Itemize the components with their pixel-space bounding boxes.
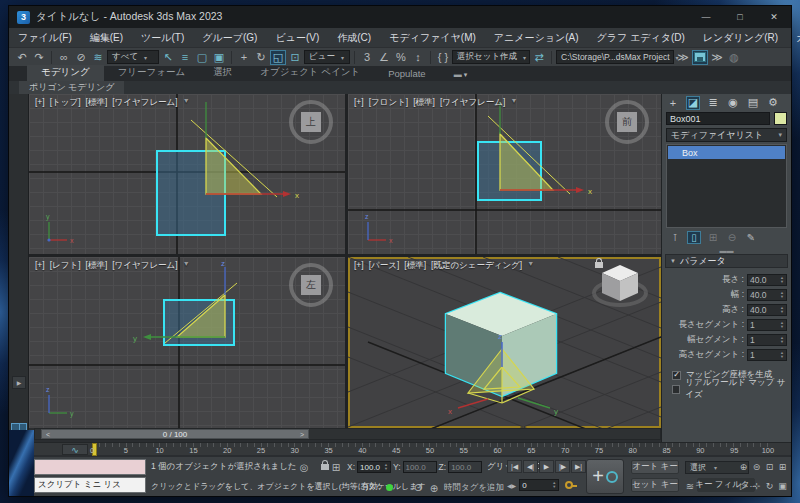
- play-icon[interactable]: ▶: [539, 460, 554, 473]
- y-coordinate-field[interactable]: 100.0: [403, 461, 437, 473]
- pin-stack-icon[interactable]: ⊺: [668, 231, 682, 244]
- viewcube-face[interactable]: 前: [617, 112, 637, 132]
- time-slider-handle[interactable]: < 0 / 100 >: [41, 429, 309, 439]
- parameter-spinner[interactable]: 1: [747, 349, 787, 361]
- menu-item[interactable]: グループ(G): [193, 31, 266, 45]
- set-key-button[interactable]: セット キー: [631, 478, 679, 492]
- viewport-left[interactable]: [+] [レフト] [標準] [ワイヤフレーム] ▼ y z y: [29, 257, 345, 428]
- zoom-all-icon[interactable]: ⊜: [750, 460, 763, 473]
- object-name-field[interactable]: Box001: [666, 112, 770, 125]
- add-time-tag[interactable]: ⊕ 時間タグを追加: [427, 481, 504, 495]
- viewport-menu[interactable]: [+]: [35, 260, 45, 272]
- spinner-arrows-icon[interactable]: [780, 306, 784, 314]
- named-selection-set-select[interactable]: 選択セット作成: [452, 50, 530, 64]
- key-mode-toggle-icon[interactable]: [565, 481, 573, 489]
- filter-icon[interactable]: ▼: [510, 97, 517, 109]
- motion-tab-icon[interactable]: ◉: [726, 96, 740, 110]
- spinner-arrows-icon[interactable]: [780, 291, 784, 299]
- viewport-front[interactable]: [+] [フロント] [標準] [ワイヤフレーム] ▼ x x z: [348, 94, 661, 254]
- spinner-arrows-icon[interactable]: [552, 481, 556, 489]
- minimize-button[interactable]: —: [689, 6, 723, 28]
- viewport-name[interactable]: [パース]: [369, 260, 400, 272]
- viewport-perspective[interactable]: [+] [パース] [標準] [既定のシェーディング] ▼: [348, 257, 661, 428]
- menu-item[interactable]: グラフ エディタ(D): [588, 31, 694, 45]
- degradation-toggle[interactable]: 有効:: [361, 481, 393, 493]
- next-frame-nub[interactable]: >: [296, 431, 308, 438]
- filter-icon[interactable]: ▼: [183, 97, 190, 109]
- maximize-button[interactable]: □: [723, 6, 757, 28]
- close-button[interactable]: ✕: [757, 6, 791, 28]
- selection-filter-select[interactable]: すべて: [107, 50, 159, 64]
- zoom-extents-all-icon[interactable]: ⊞: [776, 460, 789, 473]
- reference-coordinate-select[interactable]: ビュー: [304, 50, 350, 64]
- auto-key-button[interactable]: オート キー: [631, 460, 679, 474]
- viewport-menu[interactable]: [+]: [35, 97, 45, 109]
- zoom-icon[interactable]: ⊕: [737, 460, 750, 473]
- viewport-style[interactable]: [標準]: [86, 97, 108, 109]
- viewcube-face[interactable]: 上: [301, 112, 321, 132]
- checkbox[interactable]: [672, 371, 681, 380]
- checkbox[interactable]: [672, 385, 680, 394]
- previous-frame-nub[interactable]: <: [42, 431, 54, 438]
- menu-item[interactable]: 作成(C): [328, 31, 380, 45]
- project-folder-select[interactable]: C:\Storage\P...dsMax Project: [556, 50, 674, 64]
- viewport-shading[interactable]: [既定のシェーディング]: [431, 260, 522, 272]
- parameter-spinner[interactable]: 40.0: [747, 304, 787, 316]
- toolbar-overflow-icon[interactable]: ≫: [675, 50, 691, 65]
- viewcube[interactable]: 左: [289, 263, 333, 307]
- tab-object-paint[interactable]: オブジェクト ペイント: [246, 65, 374, 81]
- scale-gizmo[interactable]: [206, 138, 261, 194]
- select-object-icon[interactable]: ↖: [160, 50, 176, 65]
- filter-icon[interactable]: ▼: [527, 260, 534, 272]
- spinner-arrows-icon[interactable]: [780, 351, 784, 359]
- parameters-rollout-header[interactable]: ▼ パラメータ: [665, 254, 788, 268]
- rect-selection-region-icon[interactable]: ▢: [194, 50, 210, 65]
- spinner-arrows-icon[interactable]: [780, 321, 784, 329]
- undo-icon[interactable]: ↶: [14, 50, 30, 65]
- toolbar-overflow2-icon[interactable]: ≫: [709, 50, 725, 65]
- tab-modeling[interactable]: モデリング: [27, 65, 104, 81]
- move-icon[interactable]: +: [236, 50, 252, 65]
- show-end-result-icon[interactable]: ▯: [687, 231, 701, 244]
- spinner-snap-icon[interactable]: ↕: [410, 50, 426, 65]
- render-teapot-icon[interactable]: ◍: [726, 50, 742, 65]
- rotate-icon[interactable]: ↻: [253, 50, 269, 65]
- menu-item[interactable]: アニメーション(A): [485, 31, 588, 45]
- bind-spacewarp-icon[interactable]: ≋: [90, 50, 106, 65]
- select-by-name-icon[interactable]: ≡: [177, 50, 193, 65]
- parameter-spinner[interactable]: 1: [747, 319, 787, 331]
- spinner-arrows-icon[interactable]: [780, 336, 784, 344]
- orbit-icon[interactable]: ↻: [763, 479, 776, 492]
- window-crossing-icon[interactable]: ▣: [211, 50, 227, 65]
- previous-frame-icon[interactable]: ◀|: [523, 460, 538, 473]
- modify-tab-icon[interactable]: ◪: [686, 96, 700, 110]
- viewport-name[interactable]: [フロント]: [369, 97, 409, 109]
- viewport-name[interactable]: [レフト]: [50, 260, 81, 272]
- transform-typein-icon[interactable]: ⊞: [329, 460, 343, 474]
- scale-icon[interactable]: ◱: [270, 50, 286, 65]
- viewport-name[interactable]: [トップ]: [50, 97, 81, 109]
- viewport-style[interactable]: [標準]: [404, 260, 426, 272]
- viewport-shading[interactable]: [ワイヤフレーム]: [112, 97, 177, 109]
- viewcube[interactable]: 前: [605, 100, 649, 144]
- save-icon[interactable]: [692, 50, 708, 65]
- display-tab-icon[interactable]: ▤: [746, 96, 760, 110]
- menu-item[interactable]: レンダリング(R): [694, 31, 787, 45]
- viewcube-3d[interactable]: [594, 265, 646, 305]
- current-frame-field[interactable]: 0: [519, 479, 559, 491]
- next-frame-icon[interactable]: |▶: [555, 460, 570, 473]
- named-selection-sets-icon[interactable]: { }: [435, 50, 451, 65]
- unlink-icon[interactable]: ⊘: [73, 50, 89, 65]
- menu-item[interactable]: ビュー(V): [266, 31, 328, 45]
- selection-lock-icon[interactable]: [321, 464, 329, 470]
- isolate-selection-icon[interactable]: ◎: [297, 460, 311, 474]
- spinner-arrows-icon[interactable]: [780, 276, 784, 284]
- z-coordinate-field[interactable]: 100.0: [448, 461, 482, 473]
- angle-snap-icon[interactable]: ∠: [376, 50, 392, 65]
- pan-icon[interactable]: ⊹: [750, 479, 763, 492]
- viewport-menu[interactable]: [+]: [354, 260, 364, 272]
- tab-populate[interactable]: Populate: [374, 67, 440, 81]
- menu-item[interactable]: ツール(T): [132, 31, 193, 45]
- menu-item[interactable]: カスタマイズ(U): [787, 31, 800, 45]
- viewport-shading[interactable]: [ワイヤフレーム]: [440, 97, 505, 109]
